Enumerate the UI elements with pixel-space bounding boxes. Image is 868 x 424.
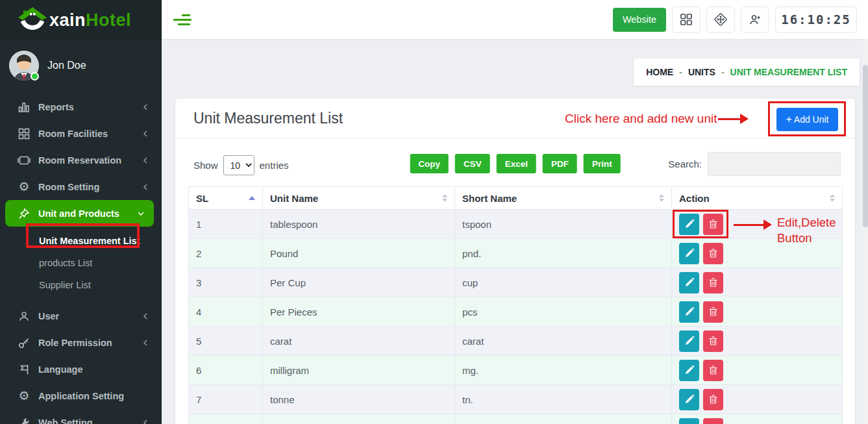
sidebar-subitem-unit-measurement-list[interactable]: Unit Measurement List bbox=[0, 230, 162, 252]
show-label: Show bbox=[193, 160, 218, 171]
apps-grid-icon bbox=[680, 13, 693, 26]
breadcrumb-current: UNIT MEASUREMENT LIST bbox=[730, 67, 847, 77]
unit-products-submenu: Unit Measurement List products List Supp… bbox=[0, 227, 162, 303]
edit-button[interactable] bbox=[679, 214, 699, 235]
page-size-control: Show 10 entries bbox=[193, 155, 289, 175]
table-controls: Show 10 entries Copy CSV Excel PDF Print… bbox=[190, 152, 841, 178]
app-window: xainHotel Jon Doe bbox=[0, 0, 868, 424]
export-buttons: Copy CSV Excel PDF Print bbox=[410, 154, 621, 173]
brand-logo[interactable]: xainHotel bbox=[0, 0, 162, 40]
breadcrumb-home[interactable]: HOME bbox=[646, 67, 673, 77]
trash-icon bbox=[709, 249, 717, 258]
table-row: 5 carat carat bbox=[189, 327, 843, 356]
edit-button[interactable] bbox=[679, 389, 699, 410]
chevron-left-icon bbox=[142, 339, 149, 347]
sidebar-item-user[interactable]: User bbox=[0, 303, 162, 329]
key-icon bbox=[17, 337, 31, 349]
table-header-row: SL Unit Name Short Name Action bbox=[189, 187, 843, 210]
edit-button[interactable] bbox=[679, 330, 699, 352]
sidebar-item-label: Room Setting bbox=[38, 182, 99, 192]
units-table: SL Unit Name Short Name Action 1 tablesp… bbox=[188, 186, 843, 424]
sidebar-item-language[interactable]: Language bbox=[0, 356, 162, 382]
delete-button[interactable] bbox=[703, 360, 723, 381]
sidebar-item-unit-and-products[interactable]: Unit and Products bbox=[5, 200, 154, 227]
trash-icon bbox=[709, 219, 717, 229]
sidebar-item-room-facilities[interactable]: Room Facilities bbox=[0, 120, 162, 147]
chevron-down-icon bbox=[137, 210, 145, 217]
trash-icon bbox=[709, 278, 717, 287]
header-action[interactable]: Action bbox=[672, 187, 843, 210]
delete-button[interactable] bbox=[703, 301, 723, 323]
header-sl[interactable]: SL bbox=[189, 187, 263, 210]
excel-button[interactable]: Excel bbox=[497, 154, 536, 173]
add-user-button[interactable] bbox=[741, 6, 769, 33]
sort-asc-icon bbox=[249, 196, 255, 200]
scrollbar-thumb[interactable] bbox=[863, 65, 868, 227]
edit-button[interactable] bbox=[679, 272, 699, 293]
delete-button[interactable] bbox=[703, 418, 723, 424]
chevron-left-icon bbox=[142, 103, 149, 111]
delete-button[interactable] bbox=[703, 243, 723, 264]
avatar[interactable] bbox=[9, 51, 39, 81]
pencil-icon bbox=[685, 336, 694, 345]
table-row: 6 milligram mg. bbox=[189, 356, 843, 385]
vertical-scrollbar[interactable] bbox=[863, 39, 868, 424]
pencil-icon bbox=[685, 219, 694, 229]
breadcrumb: HOME - UNITS - UNIT MEASUREMENT LIST bbox=[634, 58, 860, 86]
delete-button[interactable] bbox=[703, 389, 723, 410]
edit-button[interactable] bbox=[679, 418, 699, 424]
sidebar-item-web-setting[interactable]: Web Setting bbox=[0, 409, 162, 424]
table-row: 7 tonne tn. bbox=[189, 385, 843, 414]
wrench-icon bbox=[17, 418, 31, 424]
topbar: Website 16:10:25 bbox=[162, 0, 868, 39]
sidebar-item-label: Role Permission bbox=[38, 338, 112, 348]
csv-button[interactable]: CSV bbox=[455, 154, 490, 173]
gear-icon: ⚙ bbox=[17, 181, 31, 193]
breadcrumb-units[interactable]: UNITS bbox=[688, 67, 715, 77]
delete-button[interactable] bbox=[703, 214, 723, 235]
sidebar-item-reports[interactable]: Reports bbox=[0, 94, 162, 120]
sidebar-item-room-setting[interactable]: ⚙ Room Setting bbox=[0, 173, 162, 200]
edit-button[interactable] bbox=[679, 243, 699, 264]
table-row: 4 Per Pieces pcs bbox=[189, 297, 843, 327]
menu-toggle-button[interactable] bbox=[173, 14, 193, 25]
sidebar-item-role-permission[interactable]: Role Permission bbox=[0, 329, 162, 356]
page-size-select[interactable]: 10 bbox=[223, 155, 254, 175]
table-row: 1 tablespoon tspoon bbox=[189, 210, 843, 239]
delete-button[interactable] bbox=[703, 330, 723, 352]
move-diamond-button[interactable] bbox=[706, 6, 735, 33]
sidebar-item-label: Room Facilities bbox=[38, 129, 108, 139]
search-input[interactable] bbox=[708, 152, 841, 176]
header-short-name[interactable]: Short Name bbox=[455, 187, 672, 210]
edit-button[interactable] bbox=[679, 301, 699, 323]
trash-icon bbox=[709, 395, 717, 404]
user-icon bbox=[17, 310, 31, 322]
pencil-icon bbox=[685, 249, 694, 258]
apps-grid-button[interactable] bbox=[672, 6, 701, 33]
pencil-icon bbox=[685, 366, 694, 375]
move-diamond-icon bbox=[713, 12, 728, 27]
card-header: Unit Measurement List +Add Unit bbox=[175, 99, 855, 138]
sidebar-item-label: User bbox=[38, 311, 59, 321]
sidebar-item-room-reservation[interactable]: Room Reservation bbox=[0, 147, 162, 173]
add-unit-button[interactable]: +Add Unit bbox=[776, 108, 838, 131]
print-button[interactable]: Print bbox=[584, 154, 621, 173]
sidebar-menu: Reports Room Facilities Room Reservation… bbox=[0, 90, 162, 424]
pin-icon bbox=[17, 208, 31, 219]
copy-button[interactable]: Copy bbox=[410, 154, 449, 173]
sidebar-subitem-supplier-list[interactable]: Supplier List bbox=[0, 274, 162, 296]
chevron-left-icon bbox=[142, 130, 149, 138]
table-row-partial bbox=[189, 414, 843, 424]
brand-name: xainHotel bbox=[49, 10, 131, 31]
delete-button[interactable] bbox=[703, 272, 723, 293]
pdf-button[interactable]: PDF bbox=[543, 154, 577, 173]
sort-icon bbox=[830, 194, 835, 202]
sidebar-item-application-setting[interactable]: ⚙ Application Setting bbox=[0, 382, 162, 409]
clock: 16:10:25 bbox=[775, 6, 857, 33]
website-button[interactable]: Website bbox=[613, 8, 666, 32]
sidebar-subitem-products-list[interactable]: products List bbox=[0, 252, 162, 274]
pencil-icon bbox=[685, 307, 694, 316]
tablet-icon bbox=[17, 155, 31, 166]
edit-button[interactable] bbox=[679, 360, 699, 381]
header-unit-name[interactable]: Unit Name bbox=[263, 187, 455, 210]
